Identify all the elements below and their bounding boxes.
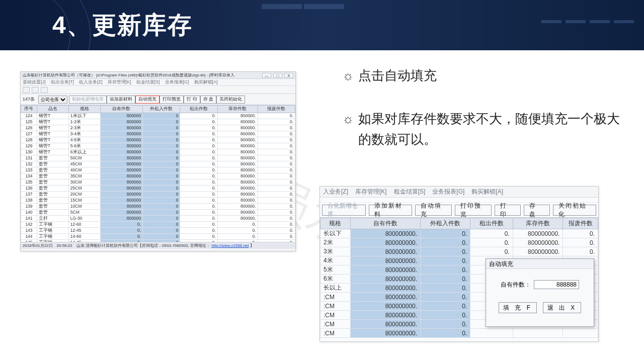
field-label: 自有件数： (501, 281, 531, 289)
menu-item[interactable]: 租金结算[S] (136, 79, 160, 85)
bullet-list: ☼ 点击自动填充 ☼ 如果对库存件数要求不大，随便填充一个极大的数就可以。 (342, 65, 624, 172)
toolbar-button[interactable]: 关闭初始化 (553, 205, 596, 216)
fill-button[interactable]: 填 充 F (499, 302, 537, 313)
dialog-title: 自动填充 (486, 259, 594, 269)
menubar: 入业务[Z]库存管理[K]租金结算[S]业务报表[G]购买解锁[A] (320, 187, 598, 198)
status-link[interactable]: http://www.z1588.net (211, 243, 249, 248)
close-button[interactable]: X (284, 73, 293, 78)
screenshot-full-window: 山东银杉计算机软件有限公司（可修改） [d:\Program Files (x8… (20, 71, 296, 251)
menu-item[interactable]: 租出业务[T] (51, 79, 74, 85)
toolbar-button[interactable]: 台化新增仓库 (322, 205, 366, 216)
window-titlebar: 山东银杉计算机软件有限公司（可修改） [d:\Program Files (x8… (21, 72, 295, 79)
menubar: 基础设置[J]租出业务[T]租入业务[Z]库存管理[K]租金结算[S]业务报表[… (21, 79, 295, 86)
exit-button[interactable]: 退 出 X (543, 302, 581, 313)
status-time: 20:56:22 (57, 243, 72, 248)
toolbar-button[interactable]: 初始化新增仓库 (69, 96, 107, 104)
auto-fill-dialog: 自动填充 自有件数： 填 充 F 退 出 X (486, 258, 594, 327)
toolbar-button[interactable]: 添加新材料 (107, 96, 135, 104)
bullet-item: ☼ 如果对库存件数要求不大，随便填充一个极大的数就可以。 (342, 109, 624, 150)
spacer (320, 198, 598, 203)
menu-item[interactable]: 业务报表[G] (165, 79, 189, 85)
slide-header-band: 4、更新库存 (0, 0, 644, 50)
toolbar-button[interactable]: 存 盘 (200, 96, 217, 104)
sun-icon: ☼ (342, 109, 354, 150)
record-count: 147条 (23, 96, 35, 103)
minimize-button[interactable]: — (262, 73, 271, 78)
menu-item[interactable]: 租金结算[S] (394, 188, 426, 196)
maximize-button[interactable]: □ (273, 73, 282, 78)
main-toolbar: 147条 公司仓库 初始化新增仓库添加新材料自动填充打印预览打 印存 盘关闭初始… (21, 94, 295, 105)
toolbar-button[interactable]: 打印预览 (159, 96, 184, 104)
bullet-text: 点击自动填充 (358, 65, 437, 86)
deco-bars-top (262, 4, 344, 9)
data-grid[interactable]: 序号品名规格自有件数外租入件数租出件数库存件数报废件数124钢管T1米以下800… (21, 105, 295, 242)
warehouse-select[interactable]: 公司仓库 (38, 96, 67, 104)
toolbar-button[interactable]: 关闭初始化 (216, 96, 245, 104)
tool-icon[interactable] (23, 87, 30, 93)
tool-icon[interactable] (41, 87, 48, 93)
menu-item[interactable]: 库存管理[K] (355, 188, 387, 196)
menu-item[interactable]: 基础设置[J] (23, 79, 46, 85)
window-title: 山东银杉计算机软件有限公司（可修改） [d:\Program Files (x8… (23, 72, 234, 78)
menu-item[interactable]: 购买解锁[A] (471, 188, 503, 196)
bullet-item: ☼ 点击自动填充 (342, 65, 624, 86)
menu-item[interactable]: 业务报表[G] (432, 188, 464, 196)
status-bar: 2018年01月22日 20:56:22 山东 淄博银杉计算机软件有限公司【咨询… (21, 242, 295, 249)
toolbar-button[interactable]: 自动填充 (135, 96, 159, 104)
status-text: 山东 淄博银杉计算机软件有限公司【咨询电话：0533-7986503, 官网地址… (76, 243, 254, 248)
menu-item[interactable]: 购买解锁[A] (194, 79, 218, 85)
toolbar-button[interactable]: 打印预览 (455, 205, 492, 216)
menu-item[interactable]: 库存管理[K] (108, 79, 131, 85)
toolbar-button[interactable]: 存 盘 (524, 205, 550, 216)
icon-toolbar (21, 86, 295, 94)
toolbar-button[interactable]: 自动填充 (415, 205, 452, 216)
sun-icon: ☼ (342, 65, 354, 86)
menu-item[interactable]: 租入业务[Z] (79, 79, 103, 85)
tool-icon[interactable] (32, 87, 39, 93)
menu-item[interactable]: 入业务[Z] (323, 188, 348, 196)
deco-bars (541, 20, 634, 23)
page-title: 4、更新库存 (52, 9, 193, 41)
own-count-input[interactable] (534, 280, 579, 289)
status-date: 2018年01月22日 (23, 243, 53, 248)
bullet-text: 如果对库存件数要求不大，随便填充一个极大的数就可以。 (358, 109, 624, 150)
toolbar-button[interactable]: 添加新材料 (369, 205, 412, 216)
main-toolbar: 台化新增仓库添加新材料自动填充打印预览打 印存 盘关闭初始化 (320, 203, 598, 218)
toolbar-button[interactable]: 打 印 (184, 96, 200, 104)
toolbar-button[interactable]: 打 印 (495, 205, 521, 216)
